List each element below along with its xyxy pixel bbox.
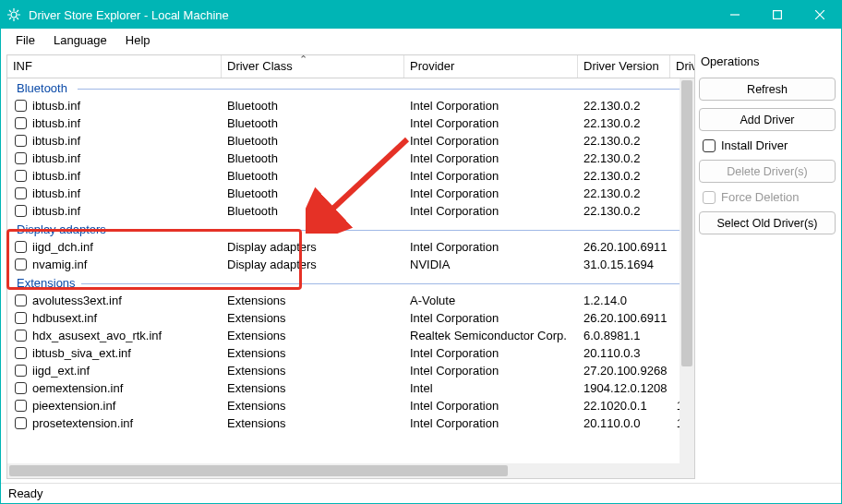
delete-drivers-button[interactable]: Delete Driver(s) — [699, 160, 836, 183]
table-cell: Intel Corporation — [404, 344, 578, 362]
table-cell: Intel Corporation — [404, 238, 578, 256]
table-cell[interactable]: hdbusext.inf — [7, 309, 222, 327]
col-provider[interactable]: Provider — [404, 55, 578, 78]
row-checkbox[interactable] — [15, 258, 27, 270]
table-cell[interactable]: ibtusb.inf — [7, 150, 222, 167]
table-cell[interactable]: prosetextension.inf — [7, 414, 222, 432]
table-cell: NVIDIA — [404, 256, 578, 273]
table-cell[interactable]: nvamig.inf — [7, 256, 222, 273]
table-cell: 27.20.100.9268 — [578, 362, 670, 379]
minimize-button[interactable] — [714, 1, 756, 29]
title-bar: Driver Store Explorer - Local Machine — [1, 1, 841, 29]
table-cell[interactable]: iigd_dch.inf — [7, 238, 222, 256]
col-driver-class[interactable]: Driver Class — [222, 55, 404, 78]
row-checkbox[interactable] — [15, 330, 27, 342]
table-cell: Intel Corporation — [404, 397, 578, 414]
table-cell: Intel Corporation — [404, 167, 578, 185]
menu-help[interactable]: Help — [116, 31, 160, 49]
table-cell: Bluetooth — [222, 167, 404, 185]
group-header[interactable]: Bluetooth — [7, 78, 694, 97]
table-cell: Extensions — [222, 344, 404, 362]
table-cell: Bluetooth — [222, 185, 404, 202]
table-cell: Bluetooth — [222, 97, 404, 114]
table-cell[interactable]: ibtusb.inf — [7, 114, 222, 132]
menu-language[interactable]: Language — [44, 31, 116, 49]
row-checkbox[interactable] — [15, 241, 27, 253]
row-checkbox[interactable] — [15, 170, 27, 182]
col-inf[interactable]: INF — [7, 55, 222, 78]
checkbox-icon — [703, 191, 716, 204]
table-cell: 1904.12.0.1208 — [578, 379, 670, 397]
row-checkbox[interactable] — [15, 205, 27, 217]
force-deletion-checkbox: Force Deletion — [699, 190, 836, 204]
table-cell: 22.130.0.2 — [578, 167, 670, 185]
col-driver-version[interactable]: Driver Version — [578, 55, 670, 78]
inf-name: ibtusb.inf — [32, 151, 80, 165]
row-checkbox[interactable] — [15, 312, 27, 324]
col-driver-date[interactable]: Driver D — [670, 55, 695, 78]
table-cell[interactable]: ibtusb.inf — [7, 132, 222, 150]
row-checkbox[interactable] — [15, 117, 27, 129]
table-cell[interactable]: ibtusb.inf — [7, 97, 222, 114]
table-cell: Extensions — [222, 327, 404, 344]
svg-point-0 — [11, 12, 17, 18]
group-header[interactable]: Display adapters — [7, 220, 694, 238]
row-checkbox[interactable] — [15, 100, 27, 112]
table-cell: A-Volute — [404, 292, 578, 309]
inf-name: nvamig.inf — [32, 258, 87, 271]
table-cell: Bluetooth — [222, 114, 404, 132]
table-cell: 1.2.14.0 — [578, 292, 670, 309]
vertical-scrollbar[interactable] — [680, 78, 694, 463]
install-driver-checkbox[interactable]: Install Driver — [699, 138, 836, 152]
row-checkbox[interactable] — [15, 365, 27, 377]
row-checkbox[interactable] — [15, 417, 27, 429]
table-cell: Intel Corporation — [404, 97, 578, 114]
row-checkbox[interactable] — [15, 294, 27, 306]
inf-name: iigd_ext.inf — [32, 364, 90, 378]
inf-name: oemextension.inf — [32, 381, 123, 395]
inf-name: pieextension.inf — [32, 399, 115, 413]
row-checkbox[interactable] — [15, 187, 27, 199]
table-cell[interactable]: ibtusb_siva_ext.inf — [7, 344, 222, 362]
row-checkbox[interactable] — [15, 347, 27, 359]
row-checkbox[interactable] — [15, 400, 27, 412]
table-cell[interactable]: avolutess3ext.inf — [7, 292, 222, 309]
table-cell: Extensions — [222, 309, 404, 327]
table-cell: 26.20.100.6911 — [578, 309, 670, 327]
table-cell[interactable]: ibtusb.inf — [7, 185, 222, 202]
group-header[interactable]: Extensions — [7, 273, 694, 292]
table-cell: Extensions — [222, 379, 404, 397]
close-button[interactable] — [799, 1, 841, 29]
row-checkbox[interactable] — [15, 152, 27, 164]
table-cell[interactable]: hdx_asusext_avo_rtk.inf — [7, 327, 222, 344]
row-checkbox[interactable] — [15, 382, 27, 394]
select-old-drivers-button[interactable]: Select Old Driver(s) — [699, 211, 836, 234]
inf-name: ibtusb.inf — [32, 116, 80, 130]
app-icon — [1, 7, 27, 22]
table-cell: 22.130.0.2 — [578, 114, 670, 132]
maximize-button[interactable] — [756, 1, 799, 29]
status-bar: Ready — [1, 483, 841, 503]
table-cell[interactable]: iigd_ext.inf — [7, 362, 222, 379]
operations-label: Operations — [699, 54, 836, 70]
menu-file[interactable]: File — [6, 31, 44, 49]
add-driver-button[interactable]: Add Driver — [699, 108, 836, 131]
table-cell: 6.0.8981.1 — [578, 327, 670, 344]
table-cell[interactable]: oemextension.inf — [7, 379, 222, 397]
horizontal-scrollbar[interactable] — [7, 463, 694, 478]
table-cell: 22.130.0.2 — [578, 185, 670, 202]
table-cell: Intel Corporation — [404, 362, 578, 379]
table-cell[interactable]: ibtusb.inf — [7, 167, 222, 185]
table-cell: Bluetooth — [222, 150, 404, 167]
inf-name: ibtusb.inf — [32, 99, 80, 113]
refresh-button[interactable]: Refresh — [699, 78, 836, 101]
table-cell[interactable]: ibtusb.inf — [7, 202, 222, 220]
inf-name: ibtusb.inf — [32, 204, 80, 218]
column-headers: INF Driver Class Provider Driver Version… — [7, 55, 694, 78]
table-cell: Realtek Semiconductor Corp. — [404, 327, 578, 344]
inf-name: prosetextension.inf — [32, 416, 133, 430]
table-cell: Bluetooth — [222, 202, 404, 220]
table-cell[interactable]: pieextension.inf — [7, 397, 222, 414]
table-cell: Extensions — [222, 397, 404, 414]
row-checkbox[interactable] — [15, 135, 27, 147]
